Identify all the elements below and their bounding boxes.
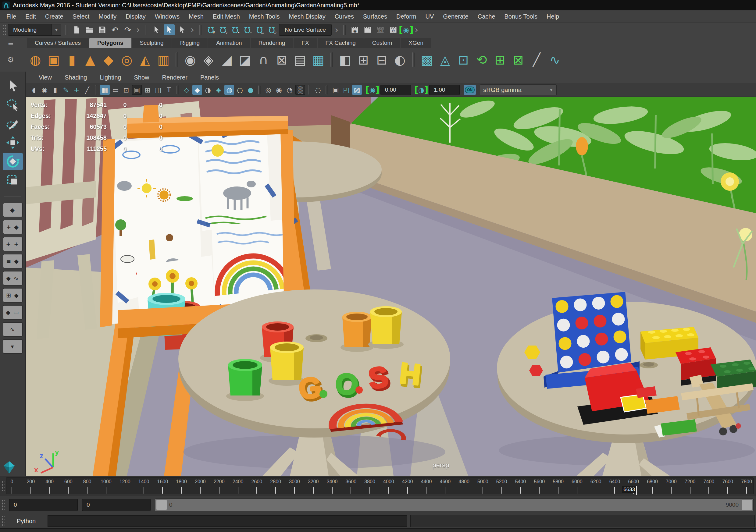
menu-item[interactable]: Mesh [184, 10, 208, 23]
range-slider-track[interactable]: 0 9000 [155, 498, 754, 511]
image-plane-icon[interactable]: ▨ [352, 85, 362, 95]
undo-icon[interactable]: ↶ [109, 24, 121, 35]
render-view-icon[interactable]: ◉ [349, 24, 360, 35]
isolate-select-icon[interactable]: ◌ [313, 85, 323, 95]
make-live-icon[interactable]: ⊡ [455, 51, 472, 69]
boolean-union-icon[interactable]: ◐ [392, 51, 409, 69]
command-grip[interactable] [2, 516, 5, 526]
shelf-tab[interactable]: Sculpting [132, 38, 172, 48]
shelf-tab[interactable]: Animation [208, 38, 250, 48]
shelf-tab[interactable]: XGen [401, 38, 431, 48]
grid-toggle-icon[interactable]: ▦ [100, 85, 110, 95]
poly-plane-icon[interactable]: ◆ [100, 51, 117, 69]
shelf-tab[interactable]: Custom [364, 38, 400, 48]
ipr-render-icon[interactable]: IPR [375, 24, 386, 35]
gamma-icon[interactable]: [◑] [414, 85, 429, 94]
panel-menu-item[interactable]: Lighting [94, 72, 127, 83]
menu-item[interactable]: Windows [150, 10, 184, 23]
panel-menu-item[interactable]: Panels [194, 72, 225, 83]
time-slider[interactable]: 0200400600800100012001400160018002000220… [0, 476, 756, 496]
poly-pipe-icon[interactable]: ▥ [155, 51, 172, 69]
safe-title-icon[interactable]: T [164, 85, 174, 95]
save-scene-icon[interactable] [96, 24, 108, 35]
film-gate-icon[interactable]: ▭ [111, 85, 121, 95]
menu-item[interactable]: Mesh Display [284, 10, 330, 23]
field-chart-icon[interactable]: ⊞ [143, 85, 152, 95]
snap-to-view-planes-icon[interactable]: Ω ▱ [254, 24, 265, 35]
separate-icon[interactable]: ⊟ [373, 51, 390, 69]
safe-action-icon[interactable]: ◫ [153, 85, 163, 95]
layout-four-view-button[interactable]: + + [3, 237, 23, 252]
exposure-icon[interactable]: [◉] [365, 85, 380, 94]
range-handle-left[interactable] [156, 500, 167, 510]
scale-tool[interactable] [3, 172, 23, 189]
bridge-icon[interactable]: ∩ [255, 51, 272, 69]
panel-menu-item[interactable]: Show [128, 72, 155, 83]
menu-item[interactable]: Edit Mesh [208, 10, 244, 23]
move-tool[interactable] [3, 134, 23, 151]
shadows-icon[interactable]: ● [246, 85, 256, 95]
menu-item[interactable]: Edit [21, 10, 40, 23]
redo-icon[interactable]: ↷ [122, 24, 133, 35]
camera-attributes-icon[interactable]: ◉ [40, 85, 49, 95]
layout-persp-uv-button[interactable]: ◆ ▭ [3, 305, 23, 320]
group-collapse-icon[interactable]: › [135, 25, 141, 35]
current-time-marker[interactable] [636, 486, 637, 495]
poly-pyramid-icon[interactable]: ◭ [137, 51, 154, 69]
menu-item[interactable]: Modify [94, 10, 121, 23]
normals-display-icon[interactable]: ◬ [437, 51, 454, 69]
command-result-field[interactable] [410, 515, 755, 527]
separator[interactable] [176, 85, 179, 94]
layout-outliner-persp-button[interactable]: ≡ ◆ [3, 254, 23, 268]
insert-edge-loop-icon[interactable]: ▤ [291, 51, 309, 69]
multi-cut-icon[interactable]: ⊠ [273, 51, 290, 69]
group-collapse-icon[interactable]: › [189, 25, 195, 35]
gate-mask-icon[interactable]: ▣ [132, 85, 142, 95]
shelf-tab[interactable]: Curves / Surfaces [27, 38, 89, 48]
bookmark-icon[interactable]: ▮ [50, 85, 60, 95]
paint-brush-icon[interactable]: ╱ [528, 51, 545, 69]
shelf-tab[interactable]: Rigging [172, 38, 207, 48]
shelf-tab[interactable]: Polygons [89, 38, 131, 48]
color-management-toggle[interactable]: ON [464, 85, 476, 95]
draw-icon[interactable]: ╱ [82, 85, 92, 95]
curve-tool-icon[interactable]: ∿ [546, 51, 563, 69]
command-language-label[interactable]: Python [8, 518, 44, 525]
clear-bracket-icon[interactable]: ⊠ [510, 51, 527, 69]
wireframe-icon[interactable]: ◇ [182, 85, 191, 95]
menu-item[interactable]: Cache [473, 10, 500, 23]
poly-cube-icon[interactable]: ▣ [45, 51, 62, 69]
bevel-icon[interactable]: ◪ [236, 51, 254, 69]
gamma-field[interactable]: 1.00 [429, 85, 460, 95]
group-collapse-icon[interactable]: › [334, 25, 339, 35]
separator[interactable] [412, 52, 415, 67]
separator[interactable] [331, 52, 333, 67]
motion-blur-icon[interactable]: ◉ [274, 85, 284, 95]
lighting-icon[interactable]: ○ [235, 85, 245, 95]
layout-persp-graph-button[interactable]: ◆ ∿ [3, 271, 23, 285]
menu-item[interactable]: Curves [330, 10, 359, 23]
viewport-persp[interactable]: G G O O S S H H [26, 97, 756, 476]
shelf-menu-icon[interactable]: ≡ [8, 39, 14, 47]
default-material-icon[interactable]: ◍ [224, 85, 234, 95]
shelf-tab[interactable]: Rendering [251, 38, 293, 48]
occlusion-icon[interactable]: ◎ [263, 85, 273, 95]
anim-start-field[interactable]: 0 [9, 499, 78, 511]
menu-item[interactable]: Mesh Tools [244, 10, 284, 23]
separator[interactable] [176, 52, 178, 67]
panel-menu-item[interactable]: Renderer [156, 72, 194, 83]
menu-item[interactable]: Help [542, 10, 564, 23]
select-by-hierarchy-icon[interactable] [151, 24, 162, 35]
wireframe-on-shaded-icon[interactable]: ◈ [214, 85, 224, 95]
menu-item[interactable]: Display [121, 10, 150, 23]
menu-item[interactable]: UV [421, 10, 439, 23]
shelf-tab[interactable]: FX Caching [318, 38, 364, 48]
time-slider-grip[interactable] [2, 481, 5, 491]
time-ruler[interactable]: 0200400600800100012001400160018002000220… [6, 477, 754, 494]
layout-pane-outliner-button[interactable]: + ◆ [3, 220, 23, 234]
separator[interactable] [326, 85, 328, 94]
exposure-field[interactable]: 0.00 [380, 85, 411, 95]
anim-end-field[interactable]: 0 [82, 499, 150, 511]
poly-torus-icon[interactable]: ◎ [118, 51, 135, 69]
select-tool[interactable] [3, 77, 23, 95]
